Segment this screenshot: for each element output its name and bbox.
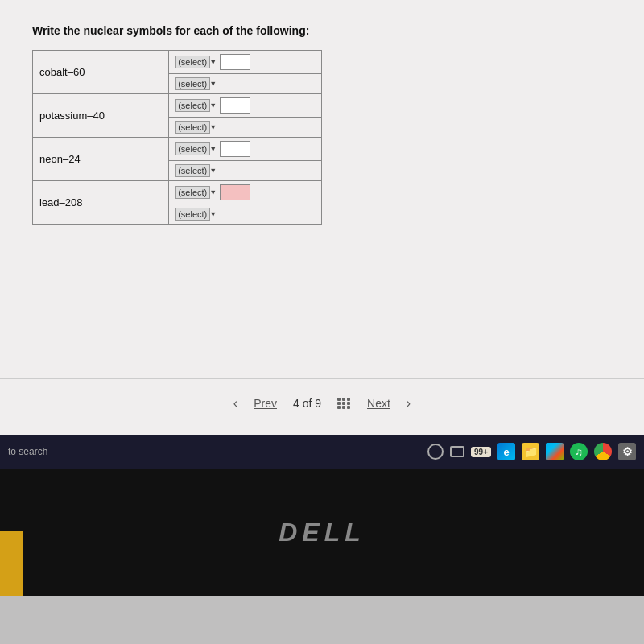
dell-logo: DELL xyxy=(279,518,365,547)
neon-dropdown1-wrapper: (select) ▼ xyxy=(175,142,217,155)
neon-dropdown2-wrapper: (select) ▼ xyxy=(175,164,217,177)
navigation-bar: ‹ Prev 4 of 9 Next › xyxy=(0,378,644,427)
potassium-select-row1: (select) ▼ xyxy=(175,97,315,114)
grid-dot xyxy=(347,398,350,401)
lead-dropdown1-arrow: ▼ xyxy=(209,188,217,196)
potassium-select2[interactable]: (select) xyxy=(175,121,210,134)
grid-dot xyxy=(342,398,345,401)
cobalt-select2[interactable]: (select) xyxy=(175,77,210,90)
element-neon: neon–24 xyxy=(33,138,169,181)
page-info: 4 of 9 xyxy=(293,397,321,410)
table-row: lead–208 (select) ▼ xyxy=(33,181,322,204)
yellow-strip xyxy=(0,531,23,596)
lead-select2[interactable]: (select) xyxy=(175,208,210,221)
potassium-dropdown1-arrow: ▼ xyxy=(209,101,217,109)
cobalt-select-row2: (select) ▼ xyxy=(175,77,315,90)
chrome-icon[interactable] xyxy=(594,443,612,460)
cobalt-select-row1: (select) ▼ xyxy=(175,54,315,70)
potassium-dropdown2-wrapper: (select) ▼ xyxy=(175,121,217,134)
lead-dropdown2-wrapper: (select) ▼ xyxy=(175,208,217,221)
cobalt-dropdown1-arrow: ▼ xyxy=(209,58,217,66)
potassium-row2: (select) ▼ xyxy=(169,118,322,138)
table-row: potassium–40 (select) ▼ xyxy=(33,94,322,118)
grid-icon[interactable] xyxy=(337,398,351,409)
lead-textbox1[interactable] xyxy=(220,184,250,200)
lead-select-row2: (select) ▼ xyxy=(175,208,315,221)
laptop-bezel: DELL xyxy=(0,469,644,596)
cobalt-dropdown2-arrow: ▼ xyxy=(209,80,217,88)
page-of: of xyxy=(303,397,312,410)
potassium-textbox1[interactable] xyxy=(220,97,250,114)
page-current: 4 xyxy=(293,397,299,410)
windows-icon[interactable] xyxy=(546,443,564,460)
cobalt-textbox1[interactable] xyxy=(220,54,250,70)
grid-dot xyxy=(347,406,350,409)
element-lead: lead–208 xyxy=(33,181,169,225)
neon-row2: (select) ▼ xyxy=(169,161,322,181)
cobalt-dropdown2-wrapper: (select) ▼ xyxy=(175,77,217,90)
lead-row1: (select) ▼ xyxy=(169,181,322,204)
grid-dot xyxy=(337,406,341,409)
settings-icon[interactable]: ⚙ xyxy=(618,443,636,460)
task-view-button[interactable] xyxy=(450,446,464,457)
neon-row1: (select) ▼ xyxy=(169,138,322,161)
question-title: Write the nuclear symbols for each of th… xyxy=(32,24,612,37)
table-row: neon–24 (select) ▼ xyxy=(33,138,322,161)
element-cobalt: cobalt–60 xyxy=(33,51,169,94)
lead-select-row1: (select) ▼ xyxy=(175,184,315,200)
potassium-select1[interactable]: (select) xyxy=(175,99,210,112)
lead-dropdown1-wrapper: (select) ▼ xyxy=(175,186,217,199)
potassium-row1: (select) ▼ xyxy=(169,94,322,118)
grid-dot xyxy=(347,402,350,405)
potassium-dropdown2-arrow: ▼ xyxy=(209,123,217,131)
nuclear-table: cobalt–60 (select) ▼ xyxy=(32,50,322,225)
edge-icon[interactable]: e xyxy=(497,443,515,460)
grid-dot xyxy=(342,402,345,405)
neon-select-row1: (select) ▼ xyxy=(175,141,315,157)
prev-button[interactable]: Prev xyxy=(254,397,277,410)
neon-dropdown2-arrow: ▼ xyxy=(209,167,217,175)
grid-dot xyxy=(342,406,345,409)
lead-select1[interactable]: (select) xyxy=(175,186,210,199)
cobalt-row2: (select) ▼ xyxy=(169,74,322,94)
search-text: to search xyxy=(8,446,47,457)
potassium-dropdown1-wrapper: (select) ▼ xyxy=(175,99,217,112)
page-total: 9 xyxy=(315,397,321,410)
element-potassium: potassium–40 xyxy=(33,94,169,138)
grid-dot xyxy=(337,402,341,405)
neon-dropdown1-arrow: ▼ xyxy=(209,145,217,153)
content-area: Write the nuclear symbols for each of th… xyxy=(0,0,644,435)
next-button[interactable]: Next xyxy=(367,397,390,410)
next-chevron[interactable]: › xyxy=(407,396,411,411)
cobalt-row1: (select) ▼ xyxy=(169,51,322,74)
lead-dropdown2-arrow: ▼ xyxy=(209,210,217,218)
neon-textbox1[interactable] xyxy=(220,141,250,157)
lead-row2: (select) ▼ xyxy=(169,204,322,225)
folder-icon[interactable]: 📁 xyxy=(522,443,539,460)
cobalt-dropdown1-wrapper: (select) ▼ xyxy=(175,56,217,68)
table-row: cobalt–60 (select) ▼ xyxy=(33,51,322,74)
cobalt-select1[interactable]: (select) xyxy=(175,56,210,68)
neon-select-row2: (select) ▼ xyxy=(175,164,315,177)
neon-select1[interactable]: (select) xyxy=(175,142,210,155)
notification-badge[interactable]: 99+ xyxy=(471,447,491,457)
neon-select2[interactable]: (select) xyxy=(175,164,210,177)
potassium-select-row2: (select) ▼ xyxy=(175,121,315,134)
taskbar: to search 99+ e 📁 ♫ ⚙ xyxy=(0,435,644,469)
grid-dot xyxy=(337,398,341,401)
prev-chevron[interactable]: ‹ xyxy=(233,396,237,411)
spotify-icon[interactable]: ♫ xyxy=(570,443,588,460)
search-circle-button[interactable] xyxy=(427,444,444,460)
